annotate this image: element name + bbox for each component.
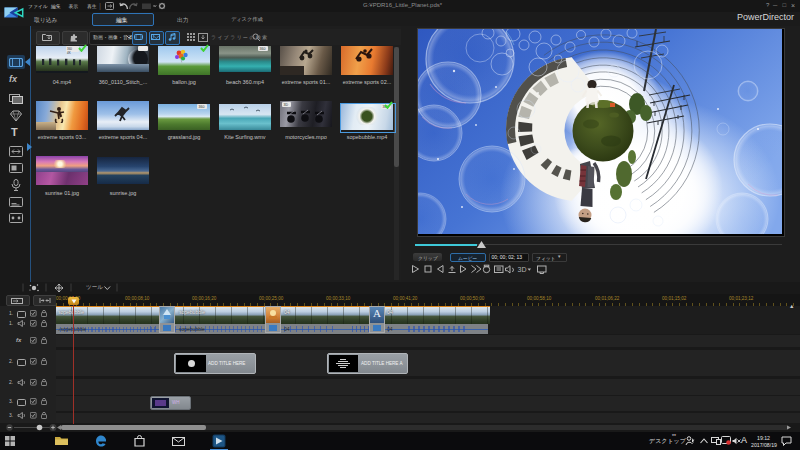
svg-text:3D: 3D xyxy=(518,266,527,273)
